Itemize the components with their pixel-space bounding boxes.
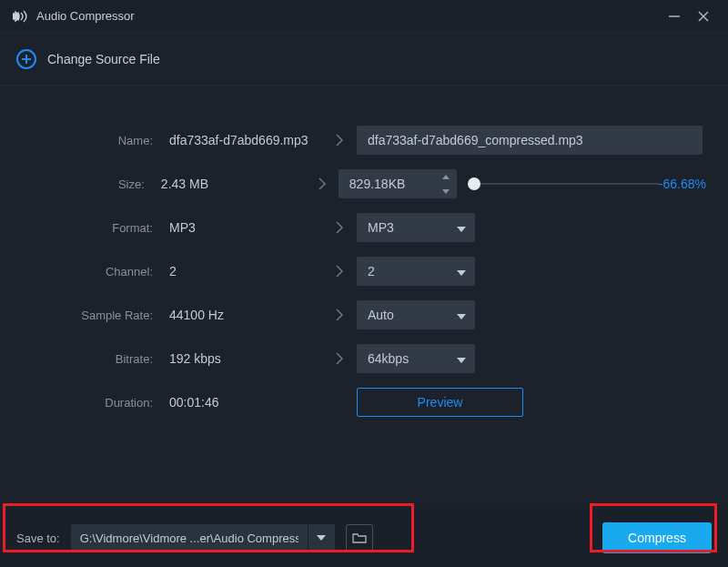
title-bar: Audio Compressor [0, 0, 728, 33]
save-path-box [71, 524, 335, 552]
source-channel: 2 [162, 264, 326, 278]
app-icon [13, 10, 29, 23]
open-folder-button[interactable] [346, 524, 373, 552]
source-duration: 00:01:46 [162, 395, 326, 410]
label-channel: Channel: [0, 265, 162, 278]
format-value: MP3 [368, 220, 394, 235]
arrow-icon [326, 309, 353, 321]
arrow-icon [308, 177, 334, 190]
footer-bar: Save to: Compress [0, 509, 728, 567]
label-sample-rate: Sample Rate: [0, 309, 162, 322]
save-to-label: Save to: [16, 532, 60, 545]
slider-thumb[interactable] [468, 177, 480, 190]
compress-button[interactable]: Compress [602, 522, 712, 553]
stepper-up-icon[interactable] [435, 169, 457, 184]
change-source-button[interactable]: Change Source File [0, 33, 728, 86]
app-title: Audio Compressor [36, 9, 135, 23]
label-duration: Duration: [0, 396, 162, 410]
chevron-down-icon [457, 263, 466, 279]
bitrate-select[interactable]: 64kbps [357, 344, 475, 373]
source-sample-rate: 44100 Hz [162, 308, 326, 322]
save-path-dropdown[interactable] [308, 524, 335, 552]
reduction-percent: -66.68% [659, 177, 706, 191]
output-size-stepper[interactable]: 829.18KB [339, 169, 457, 198]
size-slider[interactable] [468, 177, 659, 191]
arrow-icon [326, 221, 353, 234]
format-select[interactable]: MP3 [357, 213, 475, 242]
arrow-icon [326, 134, 353, 147]
row-size: Size: 2.43 MB 829.18KB -66.68% [0, 162, 728, 206]
arrow-icon [326, 265, 353, 278]
chevron-down-icon [457, 350, 466, 367]
channel-value: 2 [368, 264, 375, 278]
app-window: Audio Compressor Change Source File Name… [0, 0, 728, 567]
row-format: Format: MP3 MP3 [0, 206, 728, 249]
label-bitrate: Bitrate: [0, 352, 162, 366]
row-sample-rate: Sample Rate: 44100 Hz Auto [0, 293, 728, 337]
output-name-input[interactable] [357, 126, 703, 155]
row-duration: Duration: 00:01:46 Preview [0, 380, 728, 424]
chevron-down-icon [457, 219, 466, 236]
settings-form: Name: dfa733af-d7abd669.mp3 Size: 2.43 M… [0, 86, 728, 509]
bitrate-value: 64kbps [368, 351, 409, 366]
preview-button[interactable]: Preview [357, 388, 523, 417]
minimize-button[interactable] [662, 7, 686, 25]
label-name: Name: [0, 134, 162, 147]
plus-circle-icon [16, 49, 36, 69]
source-name: dfa733af-d7abd669.mp3 [162, 133, 326, 147]
channel-select[interactable]: 2 [357, 257, 475, 286]
row-name: Name: dfa733af-d7abd669.mp3 [0, 118, 728, 162]
change-source-label: Change Source File [47, 52, 160, 66]
sample-rate-select[interactable]: Auto [357, 300, 475, 329]
label-size: Size: [0, 177, 154, 191]
source-bitrate: 192 kbps [162, 351, 326, 366]
save-path-input[interactable] [71, 524, 308, 552]
label-format: Format: [0, 221, 162, 235]
close-button[interactable] [692, 7, 715, 25]
arrow-icon [326, 352, 353, 365]
source-size: 2.43 MB [154, 177, 309, 191]
output-size-value: 829.18KB [339, 177, 435, 191]
source-format: MP3 [162, 220, 326, 235]
chevron-down-icon [457, 307, 466, 323]
row-bitrate: Bitrate: 192 kbps 64kbps [0, 337, 728, 380]
stepper-down-icon[interactable] [435, 184, 457, 198]
row-channel: Channel: 2 2 [0, 249, 728, 293]
folder-icon [352, 532, 367, 543]
sample-rate-value: Auto [368, 308, 394, 322]
